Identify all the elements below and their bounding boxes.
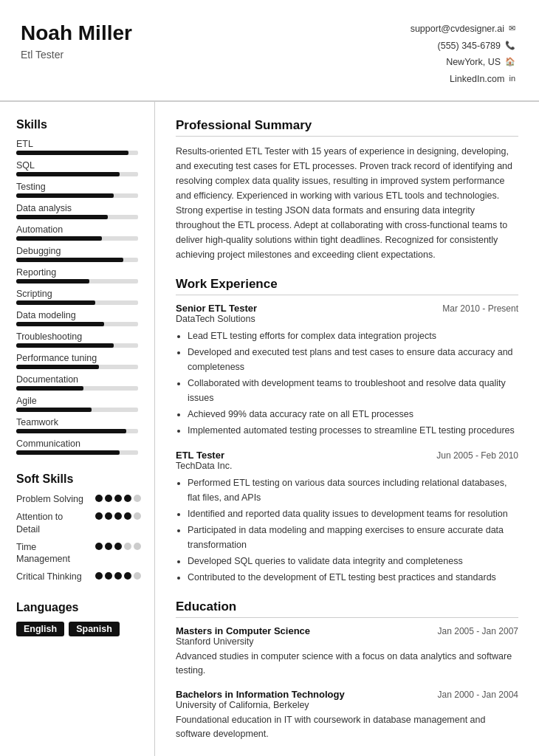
skill-item: Data modeling (16, 310, 141, 326)
dot-filled (114, 495, 122, 502)
skill-bar-fill (16, 279, 89, 284)
skill-bar-bg (16, 172, 138, 176)
skill-bar-bg (16, 193, 138, 198)
skill-bar-fill (16, 450, 120, 455)
skill-bar-bg (16, 279, 138, 284)
skill-name: Agile (16, 396, 141, 406)
jobs-list: Senior ETL Tester Mar 2010 - Present Dat… (176, 303, 518, 585)
main-content: Professional Summary Results-oriented ET… (155, 102, 539, 756)
job-bullet: Collaborated with development teams to t… (188, 376, 518, 405)
skill-bar-bg (16, 300, 138, 305)
job-bullet: Achieved 99% data accuracy rate on all E… (188, 407, 518, 422)
job-bullets: Lead ETL testing efforts for complex dat… (176, 329, 518, 438)
candidate-job-title: Etl Tester (21, 49, 132, 61)
skill-bar-fill (16, 386, 83, 391)
edu-school: Stanford University (176, 636, 518, 647)
job-bullet: Lead ETL testing efforts for complex dat… (188, 329, 518, 343)
email-icon: ✉ (509, 21, 515, 36)
soft-skills-title: Soft Skills (16, 472, 141, 486)
skill-bar-fill (16, 365, 99, 369)
job-bullet: Developed and executed test plans and te… (188, 345, 518, 374)
email-text: support@cvdesigner.ai (411, 21, 504, 38)
job-dates: Mar 2010 - Present (442, 303, 518, 314)
contact-email: support@cvdesigner.ai ✉ (411, 21, 515, 38)
education-title: Education (176, 599, 518, 618)
edu-header: Masters in Computer Science Jan 2005 - J… (176, 625, 518, 636)
job-bullet: Performed ETL testing on various data so… (188, 475, 518, 505)
summary-section: Professional Summary Results-oriented ET… (176, 118, 518, 262)
skills-title: Skills (16, 118, 141, 131)
skill-bar-bg (16, 258, 138, 262)
linkedin-text: LinkedIn.com (450, 71, 504, 88)
job-bullet: Implemented automated testing processes … (188, 423, 518, 438)
skill-bar-bg (16, 450, 138, 455)
job-header: ETL Tester Jun 2005 - Feb 2010 (176, 450, 518, 461)
job-company: DataTech Solutions (176, 314, 518, 324)
dots (95, 543, 141, 550)
skill-bar-fill (16, 429, 126, 433)
skill-item: Automation (16, 224, 141, 241)
language-tag: Spanish (69, 622, 120, 636)
dot-filled (124, 512, 131, 520)
soft-skill-item: Attention to Detail (16, 511, 141, 535)
skill-item: Testing (16, 182, 141, 198)
skill-bar-fill (16, 172, 120, 176)
work-experience-section: Work Experience Senior ETL Tester Mar 20… (176, 277, 518, 585)
edu-header: Bachelors in Information Technology Jan … (176, 689, 518, 700)
skill-item: Documentation (16, 374, 141, 391)
dot-filled (95, 572, 103, 580)
skill-name: Data analysis (16, 203, 141, 213)
phone-text: (555) 345-6789 (438, 38, 501, 55)
summary-text: Results-oriented ETL Tester with 15 year… (176, 144, 518, 262)
languages-section: Languages EnglishSpanish (16, 601, 141, 636)
skill-bar-bg (16, 365, 138, 369)
skill-name: Performance tuning (16, 353, 141, 363)
skill-item: ETL (16, 139, 141, 155)
skill-bar-fill (16, 322, 104, 326)
skill-item: Troubleshooting (16, 331, 141, 348)
soft-skill-item: Critical Thinking (16, 571, 141, 583)
skill-bar-fill (16, 215, 108, 219)
skill-bar-fill (16, 151, 128, 155)
skill-item: Scripting (16, 289, 141, 305)
dot-filled (105, 512, 112, 520)
location-icon: 🏠 (505, 55, 515, 69)
language-tags: EnglishSpanish (16, 622, 141, 636)
skill-bar-fill (16, 258, 123, 262)
language-tag: English (16, 622, 64, 636)
skill-bar-bg (16, 236, 138, 241)
languages-title: Languages (16, 601, 141, 614)
skill-item: SQL (16, 160, 141, 176)
dot-empty (134, 512, 141, 520)
contact-linkedin: LinkedIn.com in (411, 71, 515, 88)
skill-name: Communication (16, 439, 141, 449)
skill-name: Data modeling (16, 310, 141, 320)
skill-name: SQL (16, 160, 141, 171)
linkedin-icon: in (509, 72, 515, 86)
job-title-text: Senior ETL Tester (176, 303, 257, 314)
job-entry: ETL Tester Jun 2005 - Feb 2010 TechData … (176, 450, 518, 585)
skill-item: Data analysis (16, 203, 141, 219)
header-left: Noah Miller Etl Tester (21, 21, 132, 61)
dot-filled (105, 572, 112, 580)
header: Noah Miller Etl Tester support@cvdesigne… (0, 0, 539, 102)
phone-icon: 📞 (505, 38, 515, 53)
main-layout: Skills ETL SQL Testing Data analysis Aut… (0, 102, 539, 756)
skill-item: Performance tuning (16, 353, 141, 369)
summary-title: Professional Summary (176, 118, 518, 137)
dots (95, 572, 141, 580)
dot-empty (134, 495, 141, 502)
edu-dates: Jan 2000 - Jan 2004 (438, 690, 518, 700)
dots (95, 512, 141, 520)
skill-item: Reporting (16, 267, 141, 284)
job-dates: Jun 2005 - Feb 2010 (436, 450, 518, 461)
skill-bar-fill (16, 408, 92, 412)
job-bullet: Identified and reported data quality iss… (188, 506, 518, 521)
dot-filled (95, 495, 103, 502)
candidate-name: Noah Miller (21, 21, 132, 46)
edu-desc: Foundational education in IT with course… (176, 713, 518, 742)
dot-filled (114, 543, 122, 550)
skill-bar-bg (16, 386, 138, 391)
dot-empty (124, 543, 131, 550)
education-section: Education Masters in Computer Science Ja… (176, 599, 518, 742)
